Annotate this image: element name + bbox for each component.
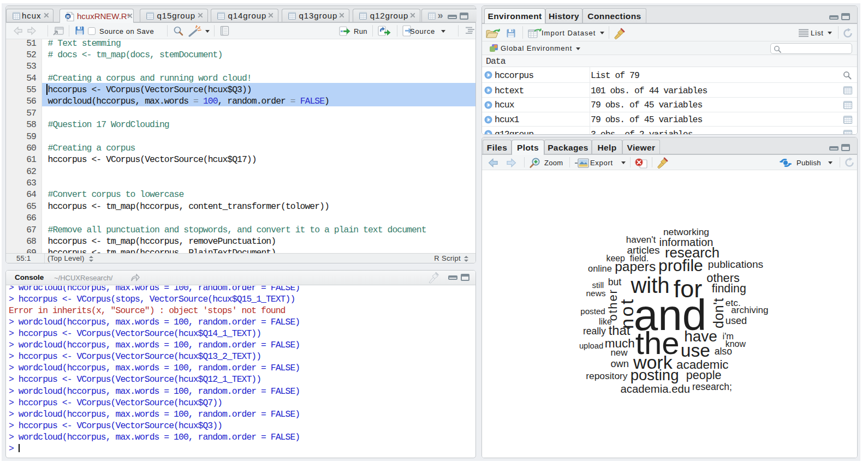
- svg-text:R: R: [66, 14, 70, 20]
